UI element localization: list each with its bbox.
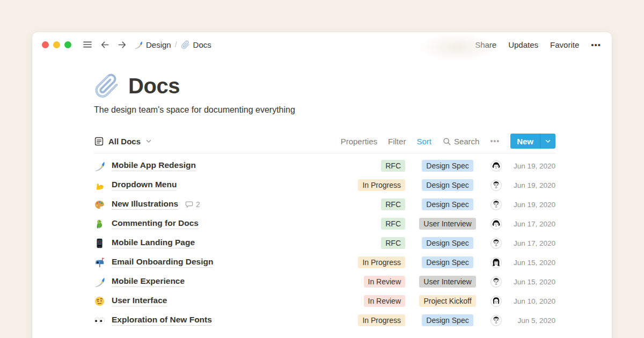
table-row: New Illustrations 2 RFC Design Spec Jun … (94, 195, 555, 214)
avatar-man (491, 199, 502, 210)
palette-icon (94, 199, 105, 210)
paintbrush-icon (134, 40, 143, 49)
status-tag[interactable]: In Review (364, 276, 405, 288)
table-row: Mobile Landing Page RFC Design Spec Jun … (94, 233, 555, 253)
type-tag[interactable]: Project Kickoff (419, 295, 475, 307)
status-tag[interactable]: In Review (364, 295, 405, 307)
paperclip-icon (181, 40, 190, 49)
more-options-icon[interactable]: ••• (591, 40, 601, 49)
search-icon (442, 137, 451, 146)
type-tag[interactable]: User Interview (419, 218, 475, 230)
titlebar: Design / Docs Share Updates Favorite ••• (32, 32, 612, 57)
doc-title-link[interactable]: Exploration of New Fonts (112, 315, 212, 326)
share-button[interactable]: Share (475, 40, 496, 49)
doc-title-link[interactable]: Mobile App Redesign (112, 160, 196, 171)
status-tag[interactable]: In Progress (358, 179, 405, 191)
minimize-window-button[interactable] (53, 41, 60, 48)
edited-date: Jun 19, 2020 (507, 201, 555, 209)
type-tag[interactable]: Design Spec (422, 160, 473, 172)
status-tag[interactable]: RFC (381, 160, 405, 172)
avatar-woman-bob (491, 296, 502, 307)
sort-button[interactable]: Sort (416, 137, 431, 146)
page-content: Docs The design team's space for documen… (94, 73, 555, 330)
updates-button[interactable]: Updates (508, 40, 538, 49)
raised-eyebrow-face-icon (94, 296, 105, 307)
type-tag[interactable]: Design Spec (422, 256, 473, 268)
status-tag[interactable]: RFC (381, 199, 405, 210)
doc-title-link[interactable]: Dropdown Menu (112, 180, 177, 190)
table-row: Email Onboarding Design In Progress Desi… (94, 253, 555, 272)
view-switcher[interactable]: All Docs (94, 136, 152, 146)
breadcrumb-item-docs[interactable]: Docs (181, 40, 211, 49)
forward-arrow-icon[interactable] (116, 39, 127, 50)
paintbrush-icon (94, 276, 105, 288)
favorite-button[interactable]: Favorite (550, 40, 579, 49)
table-row: Mobile Experience In Review User Intervi… (94, 272, 555, 291)
type-tag[interactable]: Design Spec (422, 199, 473, 210)
new-button[interactable]: New (510, 134, 555, 149)
view-toolbar: All Docs Properties Filter Sort (94, 133, 555, 149)
avatar-woman-headphones (491, 218, 502, 230)
table-row: Exploration of New Fonts In Progress Des… (94, 311, 555, 330)
comment-bubble-icon (185, 200, 194, 209)
table-row: Commenting for Docs RFC User Interview J… (94, 214, 555, 233)
chevron-down-icon (145, 137, 152, 145)
breadcrumb-separator: / (175, 40, 177, 49)
avatar-man (491, 180, 502, 191)
back-arrow-icon[interactable] (99, 39, 110, 50)
type-tag[interactable]: User Interview (419, 276, 475, 288)
edited-date: Jun 15, 2020 (507, 278, 555, 286)
mailbox-icon (94, 257, 105, 268)
doc-title-link[interactable]: Mobile Landing Page (112, 238, 195, 248)
titlebar-actions: Share Updates Favorite ••• (475, 40, 601, 49)
table-row: Dropdown Menu In Progress Design Spec Ju… (94, 175, 555, 195)
search-label: Search (454, 137, 480, 146)
properties-button[interactable]: Properties (341, 137, 377, 146)
doc-title-link[interactable]: Commenting for Docs (112, 218, 199, 229)
type-tag[interactable]: Design Spec (422, 237, 473, 249)
comment-count[interactable]: 2 (185, 200, 200, 209)
filter-button[interactable]: Filter (388, 137, 406, 146)
table-row: Mobile App Redesign RFC Design Spec Jun … (94, 156, 555, 175)
page-subtitle: The design team's space for documenting … (94, 105, 555, 115)
eyes-icon (94, 315, 105, 326)
paperclip-icon (94, 73, 120, 99)
edited-date: Jun 19, 2020 (507, 181, 555, 189)
status-tag[interactable]: RFC (381, 218, 405, 230)
new-button-label: New (510, 134, 540, 149)
edited-date: Jun 19, 2020 (507, 162, 555, 170)
breadcrumb-item-design[interactable]: Design (134, 40, 171, 49)
type-tag[interactable]: Design Spec (422, 314, 473, 326)
edited-date: Jun 10, 2020 (507, 297, 555, 305)
breadcrumb-label: Docs (193, 40, 211, 49)
zoom-window-button[interactable] (64, 41, 71, 48)
status-tag[interactable]: In Progress (358, 256, 405, 268)
list-view-icon (94, 136, 104, 146)
app-window: Design / Docs Share Updates Favorite •••… (32, 32, 612, 338)
doc-title-link[interactable]: User Interface (112, 296, 167, 306)
avatar-man (491, 238, 502, 249)
pointing-down-icon (94, 180, 105, 191)
avatar-man (491, 276, 502, 288)
status-tag[interactable]: In Progress (358, 314, 405, 326)
status-tag[interactable]: RFC (381, 237, 405, 249)
close-window-button[interactable] (42, 41, 49, 48)
parrot-icon (94, 218, 105, 230)
search-button[interactable]: Search (442, 137, 480, 146)
doc-title-link[interactable]: Email Onboarding Design (112, 257, 213, 268)
edited-date: Jun 15, 2020 (507, 259, 555, 267)
doc-title-link[interactable]: Mobile Experience (112, 276, 185, 287)
sidebar-menu-icon[interactable] (82, 39, 93, 50)
edited-date: Jun 17, 2020 (507, 239, 555, 247)
doc-title-link[interactable]: New Illustrations (112, 199, 178, 210)
edited-date: Jun 17, 2020 (507, 220, 555, 228)
new-button-dropdown[interactable] (540, 134, 555, 149)
table-row: User Interface In Review Project Kickoff… (94, 291, 555, 311)
doc-list: Mobile App Redesign RFC Design Spec Jun … (94, 156, 555, 330)
avatar-woman-headphones (491, 160, 502, 172)
more-options-icon[interactable]: ••• (490, 137, 500, 145)
chevron-down-icon (544, 137, 552, 145)
avatar-woman-wavy (491, 257, 502, 268)
mobile-phone-icon (94, 238, 105, 249)
type-tag[interactable]: Design Spec (422, 179, 473, 191)
